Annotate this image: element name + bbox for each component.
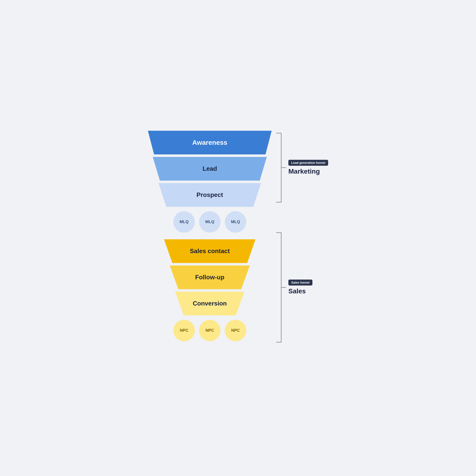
marketing-label: Marketing — [288, 168, 328, 175]
awareness-layer: Awareness — [148, 131, 272, 154]
mlq-circle-3: MLQ — [225, 211, 246, 233]
follow-up-label: Follow-up — [195, 273, 224, 281]
circles-spacer — [274, 204, 328, 230]
sales-badge: Sales funnel — [288, 280, 312, 286]
marketing-text-block: Lead generation funnel Marketing — [288, 160, 328, 175]
conversion-label: Conversion — [193, 300, 227, 307]
npc-circles-row: NPC NPC NPC — [173, 320, 246, 341]
npc-circle-3: NPC — [225, 320, 246, 341]
npc-label-1: NPC — [180, 328, 188, 333]
prospect-layer: Prospect — [154, 183, 266, 207]
mlq-label-3: MLQ — [231, 220, 240, 224]
marketing-badge: Lead generation funnel — [288, 160, 328, 166]
follow-up-layer: Follow-up — [162, 266, 257, 289]
mlq-circle-1: MLQ — [173, 211, 195, 233]
conversion-layer: Conversion — [167, 292, 253, 316]
npc-label-3: NPC — [231, 328, 240, 333]
lead-layer: Lead — [150, 157, 269, 181]
npc-label-2: NPC — [205, 328, 214, 333]
sales-bracket-icon — [274, 230, 286, 345]
funnel-column: Awareness Lead Prospect MLQ MLQ MLQ Sale… — [148, 131, 272, 345]
npc-circle-2: NPC — [199, 320, 221, 341]
marketing-annotation: Lead generation funnel Marketing — [274, 131, 328, 204]
marketing-bracket-icon — [274, 131, 286, 204]
right-panel: Lead generation funnel Marketing Sales f… — [274, 131, 328, 345]
sales-annotation: Sales funnel Sales — [274, 230, 328, 345]
prospect-label: Prospect — [196, 191, 223, 199]
diagram-wrapper: Awareness Lead Prospect MLQ MLQ MLQ Sale… — [148, 131, 328, 345]
lead-label: Lead — [203, 165, 217, 172]
sales-contact-layer: Sales contact — [158, 239, 262, 263]
mlq-circles-row: MLQ MLQ MLQ — [173, 211, 246, 233]
sales-contact-label: Sales contact — [190, 247, 230, 255]
sales-label: Sales — [288, 288, 312, 295]
awareness-label: Awareness — [192, 139, 227, 146]
mlq-label-1: MLQ — [180, 220, 188, 224]
npc-circle-1: NPC — [173, 320, 195, 341]
mlq-circle-2: MLQ — [199, 211, 221, 233]
sales-text-block: Sales funnel Sales — [288, 280, 312, 295]
mlq-label-2: MLQ — [205, 220, 214, 224]
